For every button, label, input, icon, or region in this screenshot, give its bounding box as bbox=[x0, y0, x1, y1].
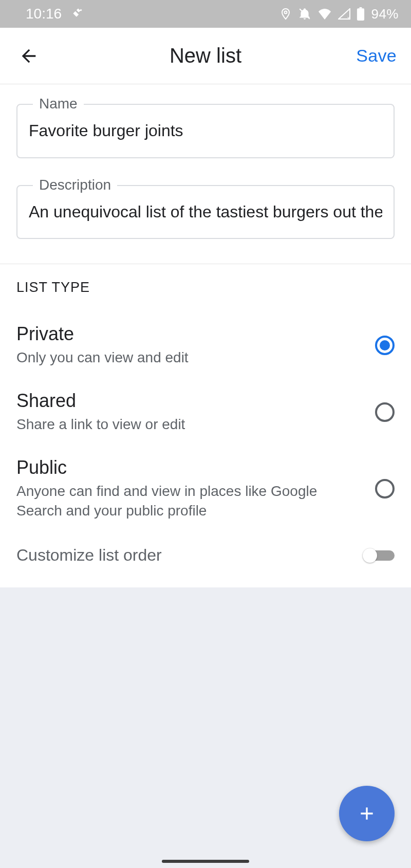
switch-thumb bbox=[363, 548, 377, 563]
svg-point-0 bbox=[285, 11, 287, 14]
list-type-section: LIST TYPE Private Only you can view and … bbox=[0, 264, 411, 587]
plus-icon bbox=[357, 803, 377, 824]
dnd-icon bbox=[298, 7, 311, 21]
description-input[interactable] bbox=[29, 201, 382, 223]
svg-text:x: x bbox=[347, 15, 350, 20]
arrow-back-icon bbox=[18, 46, 39, 66]
svg-rect-2 bbox=[357, 8, 364, 21]
customize-order-row[interactable]: Customize list order bbox=[16, 531, 395, 582]
status-bar: 10:16 x 94% bbox=[0, 0, 411, 28]
option-title: Public bbox=[16, 457, 365, 478]
option-subtitle: Anyone can find and view in places like … bbox=[16, 482, 365, 521]
customize-order-label: Customize list order bbox=[16, 546, 162, 565]
radio-icon bbox=[375, 336, 395, 355]
name-label: Name bbox=[33, 96, 84, 112]
list-type-public[interactable]: Public Anyone can find and view in place… bbox=[16, 446, 395, 532]
list-type-shared[interactable]: Shared Share a link to view or edit bbox=[16, 379, 395, 446]
add-fab-button[interactable] bbox=[339, 786, 395, 841]
description-field-wrapper: Description bbox=[16, 185, 395, 239]
location-icon bbox=[279, 8, 292, 20]
battery-icon bbox=[357, 7, 365, 21]
wifi-icon bbox=[317, 8, 332, 20]
option-title: Shared bbox=[16, 390, 365, 412]
list-type-private[interactable]: Private Only you can view and edit bbox=[16, 312, 395, 379]
signal-icon: x bbox=[338, 8, 350, 20]
name-field-wrapper: Name bbox=[16, 104, 395, 158]
page-title: New list bbox=[0, 44, 411, 67]
radio-icon bbox=[375, 479, 395, 498]
gesture-nav-handle[interactable] bbox=[162, 860, 249, 863]
satellite-icon bbox=[71, 6, 84, 23]
back-button[interactable] bbox=[16, 44, 41, 68]
status-time: 10:16 bbox=[26, 6, 62, 22]
battery-percent: 94% bbox=[371, 6, 399, 22]
option-title: Private bbox=[16, 323, 365, 345]
option-subtitle: Share a link to view or edit bbox=[16, 415, 365, 434]
save-button[interactable]: Save bbox=[356, 46, 397, 66]
list-type-heading: LIST TYPE bbox=[16, 280, 395, 296]
form-section: Name Description bbox=[0, 84, 411, 264]
app-bar: New list Save bbox=[0, 28, 411, 84]
name-input[interactable] bbox=[29, 120, 382, 142]
description-label: Description bbox=[33, 177, 117, 193]
svg-rect-3 bbox=[360, 7, 362, 8]
customize-order-switch[interactable] bbox=[363, 548, 395, 563]
option-subtitle: Only you can view and edit bbox=[16, 348, 365, 367]
radio-icon bbox=[375, 402, 395, 422]
